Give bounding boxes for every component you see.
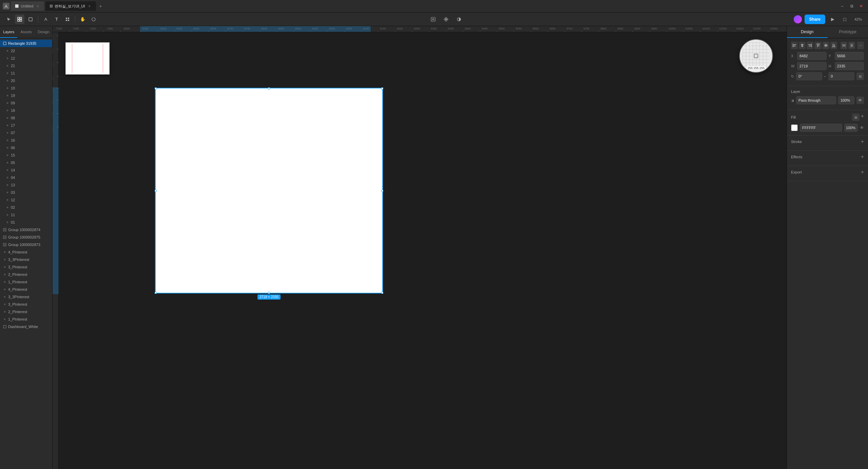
- tab-main-close[interactable]: ×: [87, 4, 92, 8]
- comment-tool-btn[interactable]: [89, 15, 98, 24]
- fill-grid-btn[interactable]: ⊞: [852, 114, 860, 121]
- more-align-btn[interactable]: ···: [857, 42, 864, 49]
- zoom-level[interactable]: 42%: [852, 17, 864, 21]
- text-tool-btn[interactable]: T: [52, 15, 61, 24]
- layer-13[interactable]: ≡ 13: [0, 181, 52, 189]
- tab-untitled-close[interactable]: ×: [35, 4, 40, 8]
- layer-19[interactable]: ≡ 19: [0, 92, 52, 99]
- layer-4pinterest[interactable]: ≡ 4_PInterest: [0, 248, 52, 256]
- layer-18[interactable]: ≡ 18: [0, 107, 52, 114]
- layer-12b[interactable]: ≡ 12: [0, 196, 52, 204]
- layer-11a[interactable]: ≡ 11: [0, 69, 52, 77]
- layer-07[interactable]: ≡ 07: [0, 129, 52, 137]
- layer-22[interactable]: ≡ 22: [0, 47, 52, 55]
- share-button[interactable]: Share: [805, 15, 825, 24]
- contrast-btn[interactable]: [454, 15, 464, 24]
- layer-03[interactable]: ≡ 03: [0, 189, 52, 196]
- distribute-v-btn[interactable]: [848, 42, 855, 49]
- clip-content-btn[interactable]: [428, 15, 438, 24]
- layer-14[interactable]: ≡ 14: [0, 166, 52, 174]
- handle-bottom-right[interactable]: [381, 292, 383, 294]
- layer-group3[interactable]: Group 1000002873: [0, 241, 52, 248]
- layer-group2[interactable]: Group 1000002875: [0, 233, 52, 241]
- fill-color-swatch[interactable]: [791, 124, 798, 131]
- canvas-area[interactable]: 7150 7200 7250 7300 8000 8482 8500 8550 …: [53, 26, 787, 469]
- opacity-input[interactable]: [838, 96, 854, 104]
- canvas-content[interactable]: 2719 × 2335 255 255 255: [59, 32, 787, 469]
- fill-opacity-input[interactable]: [844, 124, 858, 132]
- tab-assets[interactable]: Assets: [17, 26, 35, 38]
- layer-3pinterest1[interactable]: ≡ 3_PInterest: [0, 263, 52, 271]
- rp-tab-design[interactable]: Design: [787, 26, 828, 38]
- layer-2pintb1[interactable]: ≡ 2_PInterest: [0, 308, 52, 315]
- layer-rect31935[interactable]: Rectangle 31935: [0, 40, 52, 47]
- close-btn[interactable]: ✕: [857, 2, 865, 10]
- layer-06[interactable]: ≡ 06: [0, 144, 52, 151]
- export-add-btn[interactable]: +: [861, 169, 864, 175]
- corner-input[interactable]: [828, 72, 854, 80]
- pen-tool-btn[interactable]: [41, 15, 51, 24]
- frame-tool-btn[interactable]: [15, 15, 24, 24]
- hand-tool-btn[interactable]: ✋: [78, 15, 88, 24]
- handle-top-left[interactable]: [155, 87, 157, 89]
- handle-right-mid[interactable]: [381, 190, 383, 192]
- fill-visibility-icon[interactable]: 👁: [860, 125, 864, 130]
- tab-main[interactable]: 🖼 변하실_보기UI_UI ×: [45, 1, 96, 11]
- layer-08[interactable]: ≡ 08: [0, 114, 52, 122]
- rotation-input[interactable]: [796, 72, 822, 80]
- new-tab-button[interactable]: +: [97, 3, 104, 9]
- layer-01[interactable]: ≡ 01: [0, 219, 52, 226]
- collapse-btn[interactable]: –: [838, 2, 846, 10]
- independent-corners-btn[interactable]: ⊞: [856, 73, 864, 80]
- effects-add-btn[interactable]: +: [861, 154, 864, 160]
- handle-top-mid[interactable]: [268, 87, 270, 89]
- layer-16[interactable]: ≡ 16: [0, 137, 52, 144]
- layer-17[interactable]: ≡ 17: [0, 122, 52, 129]
- layer-1pintb1[interactable]: ≡ 1_PInterest: [0, 315, 52, 323]
- layer-10[interactable]: ≡ 10: [0, 84, 52, 92]
- tab-untitled[interactable]: ⬜ Untitled ×: [11, 1, 44, 11]
- align-center-v-btn[interactable]: [823, 42, 829, 49]
- layer-3pintb2[interactable]: ≡ 3_3PInterest: [0, 293, 52, 301]
- align-right-btn[interactable]: [807, 42, 813, 49]
- layer-12a[interactable]: ≡ 12: [0, 55, 52, 62]
- align-bottom-btn[interactable]: [830, 42, 837, 49]
- blend-mode-select[interactable]: Pass through: [796, 96, 836, 104]
- user-avatar[interactable]: [794, 15, 802, 23]
- restore-btn[interactable]: ⧉: [848, 2, 856, 10]
- layer-4pintb[interactable]: ≡ 4_PInterest: [0, 286, 52, 293]
- main-canvas-frame[interactable]: 2719 × 2335: [155, 88, 383, 293]
- handle-top-right[interactable]: [381, 87, 383, 89]
- align-left-btn[interactable]: [791, 42, 798, 49]
- fill-add-btn[interactable]: +: [861, 114, 864, 121]
- view-btn[interactable]: ◻: [840, 15, 850, 24]
- move-tool-btn[interactable]: [4, 15, 14, 24]
- layer-11b[interactable]: ≡ 11: [0, 211, 52, 219]
- y-input[interactable]: [835, 52, 864, 60]
- layer-group1[interactable]: Group 1000002874: [0, 226, 52, 233]
- handle-bottom-mid[interactable]: [268, 292, 270, 294]
- handle-left-mid[interactable]: [155, 190, 157, 192]
- layer-09[interactable]: ≡ 09: [0, 99, 52, 107]
- distribute-h-btn[interactable]: [841, 42, 847, 49]
- layout-grid-btn[interactable]: [441, 15, 451, 24]
- layer-21[interactable]: ≡ 21: [0, 62, 52, 69]
- present-btn[interactable]: ▶: [828, 15, 837, 24]
- layer-3pintb1[interactable]: ≡ 3_PInterest: [0, 301, 52, 308]
- layer-2pinterest1[interactable]: ≡ 2_PInterest: [0, 271, 52, 278]
- layer-15[interactable]: ≡ 15: [0, 151, 52, 159]
- layer-1pinterest1[interactable]: ≡ 1_PInterest: [0, 278, 52, 286]
- layer-20[interactable]: ≡ 20: [0, 77, 52, 84]
- fill-hex-input[interactable]: [800, 124, 842, 132]
- x-input[interactable]: [797, 52, 827, 60]
- layer-3pinterest2[interactable]: ≡ 3_3PInterest: [0, 256, 52, 263]
- h-input[interactable]: [835, 62, 864, 70]
- layer-04[interactable]: ≡ 04: [0, 174, 52, 181]
- stroke-add-btn[interactable]: +: [861, 139, 864, 144]
- tab-layers[interactable]: Layers: [0, 26, 17, 38]
- shape-tool-btn[interactable]: [26, 15, 35, 24]
- w-input[interactable]: [797, 62, 827, 70]
- align-center-h-btn[interactable]: [799, 42, 806, 49]
- tab-design-lp[interactable]: Design: [35, 26, 52, 38]
- rp-tab-prototype[interactable]: Prototype: [828, 26, 868, 38]
